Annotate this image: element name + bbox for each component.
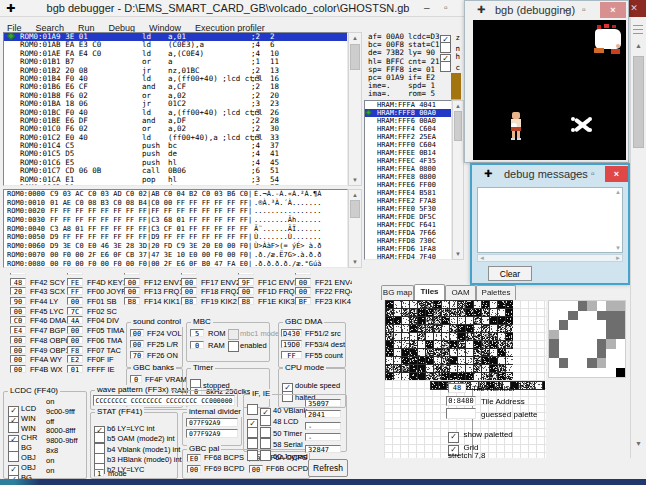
checkbox[interactable] xyxy=(440,61,451,72)
disasm-row[interactable]: ROM0:01CB D1popde;357 xyxy=(4,184,347,186)
hram-row[interactable]: HRAM:FFEC 4F35 xyxy=(365,157,451,165)
memdump-row[interactable]: ROM0:0060D9 3E C0 E0 46 3E 28 3D|20 FD C… xyxy=(4,242,347,251)
game-close-button[interactable]: × xyxy=(600,2,626,18)
io-value-box[interactable]: 01 xyxy=(67,365,83,373)
memdump-row[interactable]: ROM0:0000C9 03 AC C0 03 AD C0 02|AB C0 0… xyxy=(4,190,347,199)
tile-address-value[interactable]: 0:8480 xyxy=(446,396,476,406)
io-value-box[interactable]: C0 xyxy=(10,316,26,324)
io-value-box[interactable]: 00 xyxy=(67,326,83,334)
pal-value-box[interactable]: 00 xyxy=(187,465,201,473)
tab-bg-map[interactable]: BG map xyxy=(381,285,414,300)
io-value-box[interactable] xyxy=(238,273,254,275)
hram-row[interactable]: HRAM:FFEE 0B14 xyxy=(365,149,451,157)
game-window-titlebar[interactable]: ✚ bgb (debugging) – ▫ × xyxy=(465,1,628,20)
io-value-box[interactable]: 20 xyxy=(10,287,26,295)
io-value-box[interactable]: 00 xyxy=(124,287,140,295)
hram-row[interactable]: HRAM:FFE2 F7A8 xyxy=(365,197,451,205)
io-value-box[interactable]: B8 xyxy=(124,297,140,305)
io-value-box[interactable] xyxy=(295,273,311,275)
memdump-row[interactable]: ROM0:0050D9 FF FF FF FF FF FF FF|D9 FF F… xyxy=(4,233,347,242)
hram-scrollbar[interactable]: ▲▼ xyxy=(452,100,464,260)
checkbox[interactable] xyxy=(228,329,239,340)
io-value-box[interactable]: 00 xyxy=(238,287,254,295)
dma-value-box[interactable]: 19D0 xyxy=(281,340,302,348)
debug-close-button[interactable]: × xyxy=(605,166,628,182)
io-value-box[interactable]: 4A xyxy=(67,316,83,324)
io-value-box[interactable]: 00 xyxy=(10,346,26,354)
stack-hram-list[interactable]: HRAM:FFFA 4041HRAM:FFF8 00A0HRAM:FFF6 00… xyxy=(364,100,452,260)
divider-value-box[interactable]: 077F92A9 xyxy=(186,418,238,427)
io-value-box[interactable]: 00 xyxy=(295,278,311,286)
sound-value-box[interactable]: 00 xyxy=(130,340,144,348)
checkbox[interactable] xyxy=(260,450,271,461)
io-value-box[interactable]: E2 xyxy=(67,355,83,363)
game-maximize-button[interactable]: ▫ xyxy=(582,3,586,17)
hram-row[interactable]: HRAM:FFE8 0800 xyxy=(365,173,451,181)
debug-maximize-button[interactable]: ▫ xyxy=(591,167,595,181)
refresh-button[interactable]: Refresh xyxy=(308,459,348,477)
hram-row[interactable]: HRAM:FFD4 7F40 xyxy=(365,253,451,260)
disasm-scrollbar[interactable]: ▲▼ xyxy=(348,32,362,186)
io-value-box[interactable] xyxy=(10,273,26,275)
io-value-box[interactable]: 00 xyxy=(10,336,26,344)
memdump-scrollbar[interactable]: ▲▼ xyxy=(348,189,362,268)
divider-value-box[interactable]: 077F92A9 xyxy=(186,429,238,438)
disassembly-view[interactable]: ROM0:01A9 3E 01lda,01;22ROM0:01AB EA E3 … xyxy=(3,32,348,186)
tile-grid-canvas[interactable] xyxy=(385,300,513,380)
memdump-row[interactable]: ROM0:0030FF FF FF FF FF FF FF FF|C3 68 0… xyxy=(4,216,347,225)
io-value-box[interactable]: BF xyxy=(295,297,311,305)
clear-button[interactable]: Clear xyxy=(488,266,532,281)
maximize-button[interactable]: ▫ xyxy=(444,1,448,15)
hram-row[interactable]: HRAM:FFDA 7F66 xyxy=(365,229,451,237)
dma-value-box[interactable]: FF xyxy=(281,351,302,359)
debug-minimize-button[interactable]: – xyxy=(575,167,581,181)
io-value-box[interactable] xyxy=(181,273,197,275)
io-value-box[interactable]: B8 xyxy=(181,297,197,305)
stat-mode-box[interactable]: 1 xyxy=(94,469,104,477)
tab-oam[interactable]: OAM xyxy=(445,285,476,300)
tab-tiles[interactable]: Tiles xyxy=(414,284,445,300)
hram-row[interactable]: HRAM:FFFA 4041 xyxy=(365,101,451,109)
hram-row[interactable]: HRAM:FFEA 0800 xyxy=(365,165,451,173)
bank-value-box[interactable]: 0 xyxy=(130,375,142,383)
wave-pattern-value[interactable]: CCCCCCCC CCCCCCCC CCCCCCCC CC000000 xyxy=(93,395,235,406)
hram-row[interactable]: HRAM:FFF6 00A0 xyxy=(365,117,451,125)
io-value-box[interactable]: 90 xyxy=(10,297,26,305)
hram-row[interactable]: HRAM:FFDC F641 xyxy=(365,221,451,229)
io-value-box[interactable]: 00 xyxy=(124,278,140,286)
io-value-box[interactable]: E4 xyxy=(10,326,26,334)
memory-dump-view[interactable]: ROM0:0000C9 03 AC C0 03 AD C0 02|AB C0 0… xyxy=(3,189,348,268)
io-value-box[interactable]: 00 xyxy=(295,287,311,295)
io-value-box[interactable] xyxy=(67,273,83,275)
io-value-box[interactable]: 00 xyxy=(67,336,83,344)
io-value-box[interactable]: 00 xyxy=(10,355,26,363)
hram-row[interactable]: HRAM:FFE4 B581 xyxy=(365,189,451,197)
hram-row[interactable]: HRAM:FFF8 00A0 xyxy=(365,109,451,117)
debug-hscrollbar[interactable]: ◄ ► xyxy=(477,254,623,262)
debug-messages-textarea[interactable]: ▲ ▼ xyxy=(477,187,623,253)
pal-value-box[interactable]: 00 xyxy=(249,465,263,473)
io-value-box[interactable]: B8 xyxy=(238,297,254,305)
io-value-box[interactable]: FE xyxy=(67,278,83,286)
memdump-row[interactable]: ROM0:0020FF FF FF FF FF FF FF FF|FF FF F… xyxy=(4,207,347,216)
io-value-box[interactable]: 00 xyxy=(181,278,197,286)
pal-value-box[interactable]: E0 xyxy=(187,454,201,462)
io-value-box[interactable]: 00 xyxy=(181,287,197,295)
game-screen[interactable] xyxy=(473,20,626,160)
sound-value-box[interactable]: 00 xyxy=(130,329,144,337)
io-value-box[interactable]: 00 xyxy=(10,365,26,373)
memdump-row[interactable]: ROM0:007000 F0 00 2F E6 0F CB 37|47 3E 1… xyxy=(4,251,347,260)
guessed-palette-swatch[interactable] xyxy=(446,408,476,419)
checkbox[interactable] xyxy=(247,450,258,461)
io-value-box[interactable]: FF xyxy=(67,287,83,295)
io-value-box[interactable]: F8 xyxy=(67,346,83,354)
tile-number-value[interactable]: 48 xyxy=(448,383,466,393)
main-right-scrollbar[interactable]: ▲ ▼ xyxy=(630,18,646,458)
hram-row[interactable]: HRAM:FFDE DF5C xyxy=(365,213,451,221)
io-value-box[interactable]: 00 xyxy=(67,297,83,305)
debug-window-titlebar[interactable]: ✚ debug messages – ▫ × xyxy=(472,165,628,185)
hram-row[interactable]: HRAM:FFF2 25EA xyxy=(365,133,451,141)
hram-row[interactable]: HRAM:FFF0 C604 xyxy=(365,141,451,149)
dma-value-box[interactable]: D430 xyxy=(281,329,302,337)
mbc-rom-box[interactable]: 5 xyxy=(190,329,204,337)
